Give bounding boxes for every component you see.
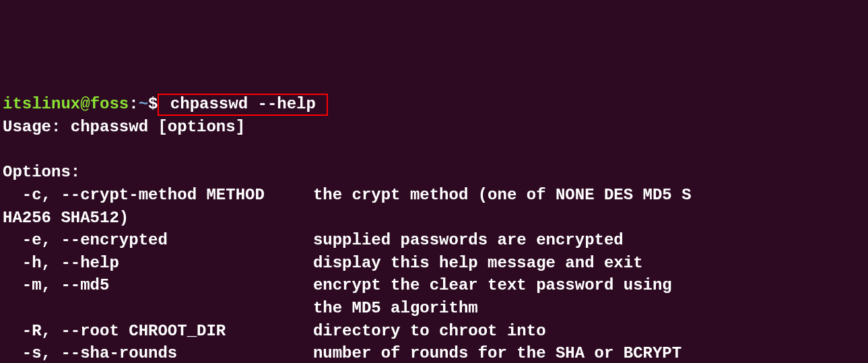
output-line-7: -h, --help display this help message and…: [3, 254, 643, 272]
output-line-6: -e, --encrypted supplied passwords are e…: [3, 231, 624, 249]
prompt-user: itslinux: [3, 95, 80, 113]
command-highlight: chpasswd --help: [158, 94, 328, 116]
output-line-5: HA256 SHA512): [3, 209, 129, 227]
prompt-host: foss: [90, 95, 129, 113]
output-line-8: -m, --md5 encrypt the clear text passwor…: [3, 276, 672, 294]
output-line-3: Options:: [3, 163, 80, 181]
output-line-1: Usage: chpasswd [options]: [3, 118, 245, 136]
output-line-9: the MD5 algorithm: [3, 299, 478, 317]
output-line-11: -s, --sha-rounds number of rounds for th…: [3, 344, 681, 362]
output-line-10: -R, --root CHROOT_DIR directory to chroo…: [3, 322, 546, 340]
prompt-path: ~: [139, 95, 148, 113]
prompt-dollar: $: [148, 95, 158, 113]
terminal[interactable]: itslinux@foss:~$ chpasswd --help Usage: …: [3, 93, 865, 363]
output-line-4: -c, --crypt-method METHOD the crypt meth…: [3, 186, 692, 204]
prompt-line-1: itslinux@foss:~$ chpasswd --help: [3, 95, 328, 113]
prompt-colon: :: [129, 95, 138, 113]
prompt-at: @: [80, 95, 90, 113]
